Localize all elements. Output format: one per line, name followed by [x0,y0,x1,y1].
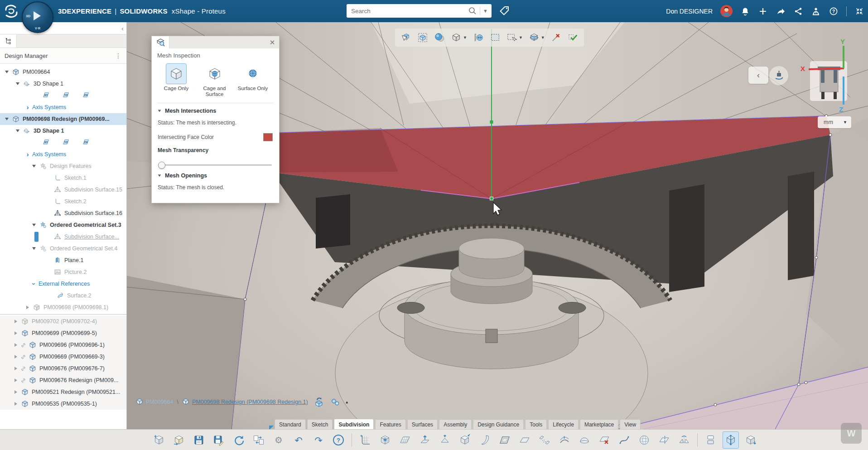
expander-collapsed-icon[interactable] [24,306,31,309]
tree-item-pm009535-pm009535-1[interactable]: PM009535 (PM009535-1) [0,398,126,410]
breadcrumb-root-link[interactable]: PM009664 [146,399,173,405]
tree-item-3d-shape-1[interactable]: 3D Shape 1 [0,125,126,137]
save-with-options-button[interactable] [211,431,227,449]
expander-expanded-icon[interactable] [14,82,21,85]
tree-item-sketch-1[interactable]: Sketch.1 [0,172,126,184]
delete-face-button[interactable] [596,431,612,449]
convert-body-button[interactable] [703,431,719,449]
expander-expanded-icon[interactable] [4,118,10,120]
select-3d-icon[interactable] [400,32,411,43]
plane-xy-icon[interactable]: XY [42,91,50,100]
expand-caret-icon[interactable]: ▲ [345,400,349,404]
tree-item-pm009676-redesign-pm009[interactable]: PM009676 Redesign (PM009... [0,374,126,386]
tree-item-ordered-geometrical-set-4[interactable]: Ordered Geometrical Set.4 [0,243,126,254]
help-icon[interactable]: ? [829,6,839,16]
breadcrumb-current-link[interactable]: PM009698 Redesign (PM009698 Redesign.1) [192,399,308,405]
avatar[interactable] [720,5,733,17]
search-icon[interactable] [467,6,478,15]
mode-surface-only[interactable]: Surface Only [235,63,271,97]
sphere-mesh-button[interactable] [636,431,652,449]
mode-cage-only[interactable]: Cage Only [158,63,194,97]
expander-collapsed-icon[interactable] [13,355,19,359]
open-button[interactable] [171,431,187,449]
color-swatch[interactable] [263,133,273,141]
transparency-slider[interactable] [159,162,272,168]
new-sketch-button[interactable] [357,431,373,449]
tree-item-pm009664[interactable]: PM009664 [0,66,126,78]
tree-item-subdivision-surface-16[interactable]: Subdivision Surface.16 [0,207,126,219]
chevron-right-icon[interactable]: › [24,151,31,158]
expander-collapsed-icon[interactable] [13,378,19,382]
tree-item-pm009702-pm009702-4[interactable]: PM009702 (PM009702-4) [0,316,126,327]
tree-item-pm009699-pm009699-5[interactable]: PM009699 (PM009699-5) [0,327,126,339]
expander-expanded-icon[interactable] [14,129,21,132]
push-pull-button[interactable] [457,431,473,449]
add-plus-icon[interactable] [758,6,768,16]
insert-3d-icon[interactable] [313,397,324,407]
measure-icon[interactable] [473,32,484,43]
share-nodes-icon[interactable] [793,6,803,16]
refresh-sync-button[interactable] [231,431,247,449]
expander-collapsed-icon[interactable] [13,390,19,394]
export-mesh-button[interactable] [743,431,759,449]
axis-z-label[interactable]: Z [839,105,843,113]
tab-design-guidance[interactable]: Design Guidance [473,419,524,430]
tab-surfaces[interactable]: Surfaces [407,419,438,430]
planar-face-button[interactable] [516,431,533,449]
expander-expanded-icon[interactable] [31,165,37,168]
chevron-down-icon[interactable]: › [31,281,37,287]
collaboration-icon[interactable] [811,6,821,16]
tree-item-pm009676-pm009676-7[interactable]: PM009676 (PM009676-7) [0,363,126,374]
mesh-openings-header[interactable]: Mesh Openings [152,168,279,179]
tree-item-pm009669-pm009669-3[interactable]: PM009669 (PM009669-3) [0,351,126,363]
plane-yz-icon[interactable]: YZ [62,138,70,147]
robot-assistant-button[interactable] [769,66,788,85]
tree-item-axis-systems[interactable]: ›Axis Systems [0,148,126,160]
search-box[interactable]: ▼ [347,4,492,18]
tree-item-sketch-2[interactable]: Sketch.2 [0,196,126,207]
update-view-icon[interactable] [417,32,428,43]
split-face-button[interactable] [656,431,672,449]
plane-zx-icon[interactable]: ZX [82,138,90,147]
tab-subdivision[interactable]: Subdivision [334,419,374,430]
tree-planes-row[interactable]: XYYZZX [0,90,126,101]
tree-item-3d-shape-1[interactable]: 3D Shape 1 [0,78,126,90]
tree-view-tab[interactable] [0,34,17,48]
plane-xy-icon[interactable]: XY [42,138,50,147]
section-view-icon[interactable]: ▼ [529,32,545,43]
crease-edge-button[interactable] [616,431,632,449]
pull-face-button[interactable] [437,431,453,449]
save-button[interactable] [191,431,207,449]
bend-surface-button[interactable] [477,431,493,449]
axis-x-label[interactable]: X [800,65,805,72]
expander-expanded-icon[interactable] [31,247,37,250]
expander-collapsed-icon[interactable] [13,367,19,370]
chevron-right-icon[interactable]: › [24,104,31,110]
expander-expanded-icon[interactable] [31,224,37,226]
validate-check-icon[interactable] [568,32,579,43]
units-dropdown[interactable]: mm ▼ [818,116,851,128]
expander-collapsed-icon[interactable] [13,331,19,335]
search-options-caret-icon[interactable]: ▼ [482,8,492,14]
tree-item-subdivision-surface[interactable]: Subdivision Surface... [0,231,126,243]
tree-item-external-references[interactable]: ›External References [0,278,126,290]
options-gear-button[interactable]: ⚙ [270,431,287,449]
notifications-bell-icon[interactable] [740,6,750,16]
help-button[interactable]: ? [330,431,347,449]
tree-item-pm009696-pm009696-1[interactable]: PM009696 (PM009696-1) [0,339,126,351]
search-input[interactable] [347,8,467,14]
subdivision-primitive-button[interactable] [377,431,393,449]
orientation-triad[interactable]: X Y Z [795,38,863,124]
plane-yz-icon[interactable]: YZ [62,91,70,100]
tab-assembly[interactable]: Assembly [439,419,472,430]
plane-zx-icon[interactable]: ZX [82,91,90,100]
tree-planes-row[interactable]: XYYZZX [0,137,126,148]
back-button[interactable]: ‹ [748,67,768,84]
tab-view[interactable]: View [620,419,641,430]
offset-surface-button[interactable] [576,431,593,449]
tree-item-surface-2[interactable]: Surface.2 [0,290,126,302]
undo-button[interactable]: ↶ [290,431,307,449]
tree-item-plane-1[interactable]: Plane.1 [0,254,126,266]
update-gears-icon[interactable] [330,397,341,407]
mirror-mesh-button[interactable] [676,431,692,449]
